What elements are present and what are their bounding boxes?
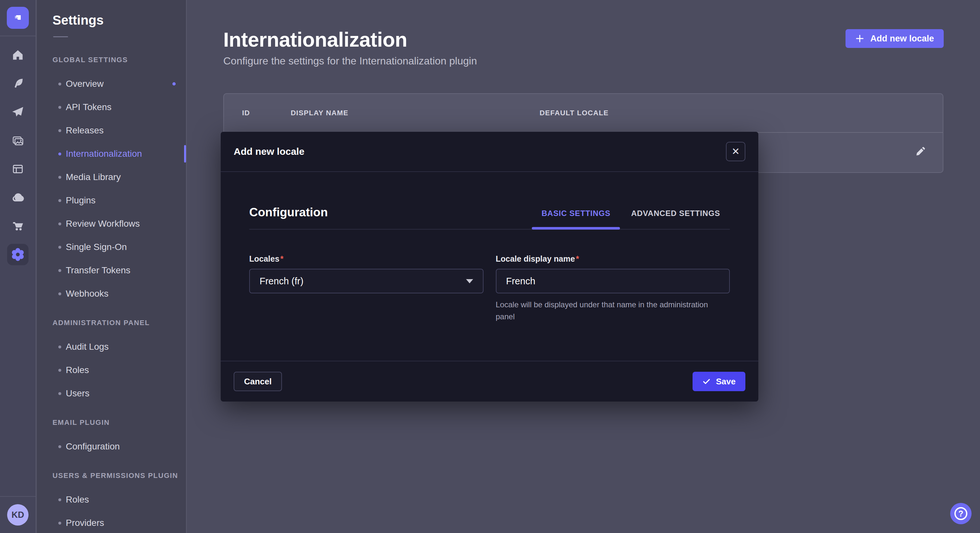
cart-icon[interactable] [0,212,36,240]
feather-icon[interactable] [0,69,36,98]
cancel-button[interactable]: Cancel [234,372,282,391]
sidebar-item-releases[interactable]: Releases [37,119,186,142]
bullet-icon [58,152,61,155]
locales-select-value: French (fr) [259,276,303,287]
settings-tabs: BASIC SETTINGS ADVANCED SETTINGS [532,209,730,229]
edit-locale-button[interactable] [914,147,925,158]
bullet-icon [58,346,61,348]
bullet-icon [58,129,61,132]
locales-select[interactable]: French (fr) [249,269,484,293]
column-default-locale: DEFAULT LOCALE [539,109,924,117]
required-marker: * [280,254,283,263]
sidebar-item-webhooks[interactable]: Webhooks [37,282,186,305]
bullet-icon [58,106,61,109]
bullet-icon [58,292,61,295]
close-icon[interactable]: ✕ [726,142,745,161]
bullet-icon [58,199,61,202]
question-mark-icon: ? [955,507,967,520]
locale-form-fields: Locales* French (fr) Locale display name… [249,254,730,322]
sidebar-item-internationalization[interactable]: Internationalization [37,142,186,165]
page-subtitle: Configure the settings for the Internati… [223,55,477,67]
section-administration-panel: ADMINISTRATION PANEL [52,318,186,327]
bullet-icon [58,369,61,372]
locales-field: Locales* French (fr) [249,254,484,322]
display-name-hint: Locale will be displayed under that name… [496,298,716,322]
rail-logo-area [0,0,36,36]
sidebar-item-api-tokens[interactable]: API Tokens [37,95,186,119]
bullet-icon [58,522,61,525]
rail-nav [0,36,36,496]
sidebar-item-up-providers[interactable]: Providers [37,511,186,533]
bullet-icon [58,246,61,249]
bullet-icon [58,269,61,272]
column-display-name: DISPLAY NAME [291,109,539,117]
home-icon[interactable] [0,41,36,69]
paper-plane-icon[interactable] [0,98,36,126]
sidebar-item-admin-users[interactable]: Users [37,382,186,405]
locales-label: Locales* [249,254,283,263]
display-name-label: Locale display name* [496,254,579,263]
tab-basic-settings[interactable]: BASIC SETTINGS [532,209,620,229]
sidebar-item-single-sign-on[interactable]: Single Sign-On [37,235,186,259]
required-marker: * [576,254,579,263]
global-settings-list: Overview API Tokens Releases Internation… [37,72,186,305]
sidebar-item-overview[interactable]: Overview [37,72,186,95]
display-name-field: Locale display name* Locale will be disp… [496,254,730,322]
users-permissions-list: Roles Providers [37,488,186,533]
sidebar-title: Settings [52,12,186,29]
cloud-icon[interactable] [0,183,36,212]
configuration-title: Configuration [249,206,328,219]
settings-sidebar: Settings GLOBAL SETTINGS Overview API To… [37,0,187,533]
modal-footer: Cancel Save [221,361,758,401]
user-avatar[interactable]: KD [7,504,29,525]
section-global-settings: GLOBAL SETTINGS [52,56,186,65]
gear-icon [7,244,29,265]
administration-panel-list: Audit Logs Roles Users [37,335,186,405]
rail-user-area: KD [0,496,36,533]
bullet-icon [58,445,61,448]
modal-header: Add new locale ✕ [221,132,758,172]
help-button[interactable]: ? [950,503,972,524]
bullet-icon [58,498,61,501]
sidebar-item-admin-roles[interactable]: Roles [37,359,186,382]
strapi-logo[interactable] [7,7,29,29]
sidebar-item-media-library[interactable]: Media Library [37,165,186,189]
sidebar-item-transfer-tokens[interactable]: Transfer Tokens [37,259,186,282]
sidebar-item-review-workflows[interactable]: Review Workflows [37,212,186,235]
layout-icon[interactable] [0,155,36,183]
sidebar-item-audit-logs[interactable]: Audit Logs [37,335,186,359]
check-icon [702,377,711,385]
table-header-row: ID DISPLAY NAME DEFAULT LOCALE [224,94,943,132]
sidebar-title-divider [53,36,68,37]
pencil-icon [914,147,925,158]
nav-rail: KD [0,0,36,533]
bullet-icon [58,176,61,179]
bullet-icon [58,392,61,395]
sidebar-item-up-roles[interactable]: Roles [37,488,186,511]
chevron-down-icon [466,279,473,283]
bullet-icon [58,222,61,225]
bullet-icon [58,82,61,86]
page-title: Internationalization [223,28,407,51]
notification-dot [172,82,176,86]
tab-advanced-settings[interactable]: ADVANCED SETTINGS [621,209,730,229]
sidebar-item-email-configuration[interactable]: Configuration [37,435,186,458]
plus-icon [855,34,864,43]
sidebar-item-plugins[interactable]: Plugins [37,189,186,212]
pictures-icon[interactable] [0,126,36,155]
section-email-plugin: EMAIL PLUGIN [52,418,186,427]
add-locale-modal: Add new locale ✕ Configuration BASIC SET… [221,132,758,401]
column-id: ID [242,109,291,117]
configuration-bar: Configuration BASIC SETTINGS ADVANCED SE… [249,172,730,230]
section-users-permissions-plugin: USERS & PERMISSIONS PLUGIN [52,471,186,480]
email-plugin-list: Configuration [37,435,186,458]
modal-body: Configuration BASIC SETTINGS ADVANCED SE… [221,172,758,322]
modal-title: Add new locale [234,146,304,157]
add-new-locale-button[interactable]: Add new locale [845,29,944,48]
save-button[interactable]: Save [692,372,745,391]
settings-rail-item[interactable] [0,240,36,269]
display-name-input[interactable] [496,269,730,293]
